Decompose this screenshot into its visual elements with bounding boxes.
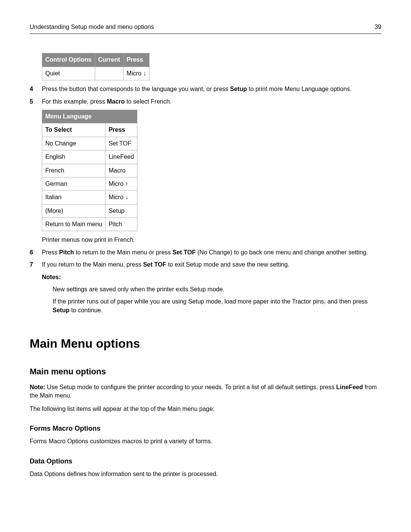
text: to return to the Main menu or press bbox=[74, 249, 172, 256]
step-text: For this example, press Macro to select … bbox=[42, 97, 381, 106]
page-header: Understanding Setup mode and menu option… bbox=[30, 23, 381, 34]
cell: Setup bbox=[105, 204, 137, 217]
table-row: English LineFeed bbox=[42, 150, 137, 164]
cell: English bbox=[42, 150, 105, 164]
table-row: (More) Setup bbox=[42, 204, 137, 217]
cell: (More) bbox=[42, 204, 105, 217]
table-row: German Micro ↑ bbox=[42, 177, 137, 190]
step-text: If you return to the Main menu, press Se… bbox=[42, 260, 381, 269]
step-number: 5 bbox=[30, 97, 42, 106]
heading-main-menu-options: Main Menu options bbox=[30, 335, 381, 352]
cell: German bbox=[42, 177, 105, 190]
step-number: 4 bbox=[30, 85, 42, 93]
text: Press the button that corresponds to the… bbox=[42, 86, 230, 92]
cell: French bbox=[42, 164, 105, 177]
text: to exit Setup mode and save the new sett… bbox=[166, 261, 290, 268]
bold: LineFeed bbox=[336, 384, 363, 390]
text: If you return to the Main menu, press bbox=[42, 261, 143, 268]
notes-block: Notes: New settings are saved only when … bbox=[42, 273, 381, 315]
after-table-text: Printer menus now print in French. bbox=[42, 236, 381, 244]
text: to select French. bbox=[125, 98, 172, 105]
note-paragraph: Note: Use Setup mode to configure the pr… bbox=[30, 383, 381, 400]
text: (No Change) to go back one menu and chan… bbox=[196, 249, 368, 256]
step-text: Press Pitch to return to the Main menu o… bbox=[42, 248, 381, 257]
note-item: New settings are saved only when the pri… bbox=[53, 285, 381, 294]
notes-label: Notes: bbox=[42, 273, 381, 281]
cell-text: Micro bbox=[127, 70, 143, 77]
step-number: 7 bbox=[30, 260, 42, 269]
bold: Setup bbox=[230, 86, 247, 92]
cell: Macro bbox=[105, 164, 137, 177]
menu-language-table: Menu Language To Select Press No Change … bbox=[42, 110, 137, 232]
cell: Pitch bbox=[105, 218, 137, 231]
table-row: No Change Set TOF bbox=[42, 137, 137, 150]
step-7: 7 If you return to the Main menu, press … bbox=[30, 260, 381, 269]
step-number: 6 bbox=[30, 248, 42, 257]
cell: LineFeed bbox=[105, 150, 137, 164]
arrow-down-icon: ↓ bbox=[125, 194, 128, 200]
cell-text: Micro bbox=[108, 181, 125, 187]
th-press: Press bbox=[105, 123, 137, 137]
cell: No Change bbox=[42, 137, 105, 150]
forms-body: Forms Macro Options customizes macros to… bbox=[30, 437, 381, 446]
cell: Micro ↓ bbox=[123, 67, 150, 80]
bold: Macro bbox=[107, 98, 125, 105]
table-row: Quiet Micro ↓ bbox=[42, 67, 150, 80]
step-6: 6 Press Pitch to return to the Main menu… bbox=[30, 248, 381, 257]
th-control-options: Control Options bbox=[42, 53, 95, 67]
text: If the printer runs out of paper while y… bbox=[53, 298, 368, 305]
cell: Micro ↓ bbox=[105, 191, 137, 204]
cell: Set TOF bbox=[105, 137, 137, 150]
heading-data-options: Data Options bbox=[30, 457, 381, 466]
th-menu-language: Menu Language bbox=[42, 110, 137, 123]
bold: Set TOF bbox=[172, 249, 196, 256]
page-number: 39 bbox=[374, 23, 381, 31]
text: to continue. bbox=[69, 307, 102, 313]
list-intro: The following list items will appear at … bbox=[30, 405, 381, 413]
text: Press bbox=[42, 249, 59, 256]
heading-forms-macro-options: Forms Macro Options bbox=[30, 424, 381, 433]
step-4: 4 Press the button that corresponds to t… bbox=[30, 85, 381, 93]
note-item: If the printer runs out of paper while y… bbox=[53, 297, 381, 315]
cell: Quiet bbox=[42, 67, 95, 80]
th-to-select: To Select bbox=[42, 123, 105, 137]
cell-text: Micro bbox=[108, 194, 125, 200]
bold: Setup bbox=[53, 307, 69, 313]
text: For this example, press bbox=[42, 98, 107, 105]
bold: Pitch bbox=[59, 249, 74, 256]
bold: Set TOF bbox=[143, 261, 166, 268]
arrow-down-icon: ↓ bbox=[143, 70, 146, 77]
bold: Note: bbox=[30, 384, 45, 390]
text: Use Setup mode to configure the printer … bbox=[45, 384, 336, 390]
control-options-table: Control Options Current Press Quiet Micr… bbox=[42, 53, 150, 80]
subheading-main-menu-options: Main menu options bbox=[30, 366, 381, 378]
data-options-body: Data Options defines how information sen… bbox=[30, 470, 381, 478]
step-5: 5 For this example, press Macro to selec… bbox=[30, 97, 381, 106]
table-row: Italian Micro ↓ bbox=[42, 191, 137, 204]
cell: Return to Main menu bbox=[42, 218, 105, 231]
th-current: Current bbox=[95, 53, 123, 67]
cell bbox=[95, 67, 123, 80]
table-row: Return to Main menu Pitch bbox=[42, 218, 137, 231]
th-press: Press bbox=[123, 53, 150, 67]
cell: Micro ↑ bbox=[105, 177, 137, 190]
table-row: French Macro bbox=[42, 164, 137, 177]
step-text: Press the button that corresponds to the… bbox=[42, 85, 381, 93]
arrow-up-icon: ↑ bbox=[125, 181, 128, 187]
cell: Italian bbox=[42, 191, 105, 204]
text: to print more Menu Language options. bbox=[247, 86, 352, 92]
header-title: Understanding Setup mode and menu option… bbox=[30, 23, 154, 31]
